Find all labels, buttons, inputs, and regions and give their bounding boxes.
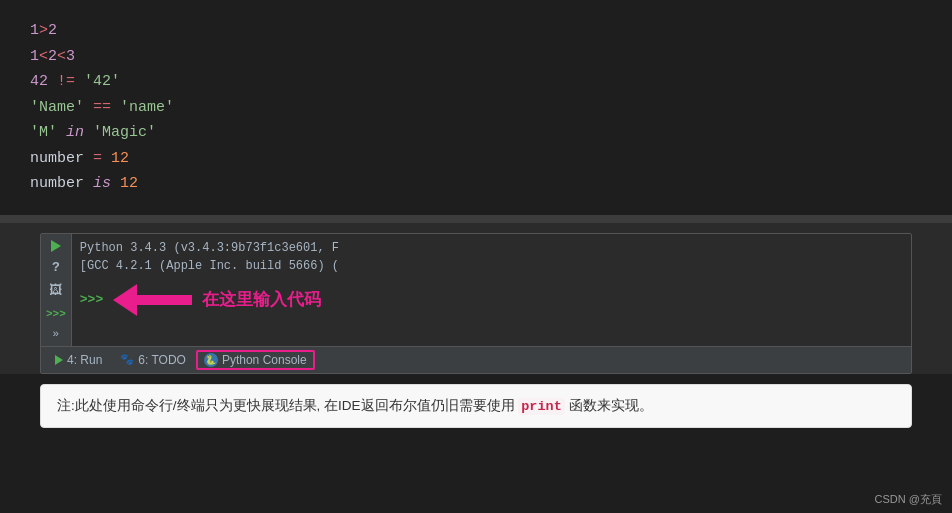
code-token: 42 <box>30 69 57 95</box>
code-line-5: 'M' in 'Magic' <box>30 120 922 146</box>
arrow-body <box>137 295 192 305</box>
code-token: 12 <box>111 146 129 172</box>
code-token: is <box>84 171 120 197</box>
code-token: < <box>39 44 48 70</box>
python-console-button[interactable]: 🐍 Python Console <box>196 350 315 370</box>
chevron-icon[interactable]: » <box>53 328 60 340</box>
python-icon: 🐍 <box>204 353 218 367</box>
bottom-toolbar: 4: Run 🐾 6: TODO 🐍 Python Console <box>41 346 911 373</box>
code-line-6: number = 12 <box>30 146 922 172</box>
note-box: 注:此处使用命令行/终端只为更快展现结果, 在IDE返回布尔值仍旧需要使用 pr… <box>40 384 912 429</box>
python-console-label: Python Console <box>222 353 307 367</box>
arrow-head <box>113 284 137 316</box>
code-token: number <box>30 171 84 197</box>
code-token: in <box>57 120 93 146</box>
code-token: 2 <box>48 44 57 70</box>
python-version-line: Python 3.4.3 (v3.4.3:9b73f1c3e601, F <box>80 239 903 257</box>
code-token: 'Name' <box>30 95 84 121</box>
run-button[interactable]: 4: Run <box>47 351 110 369</box>
console-main: Python 3.4.3 (v3.4.3:9b73f1c3e601, F [GC… <box>72 234 911 346</box>
code-line-1: 1>2 <box>30 18 922 44</box>
code-line-4: 'Name' == 'name' <box>30 95 922 121</box>
watermark: CSDN @充頁 <box>875 492 942 507</box>
code-editor: 1>2 1<2<3 42 != '42' 'Name' == 'name' 'M… <box>0 0 952 215</box>
note-text-end: 函数来实现。 <box>565 398 653 413</box>
code-line-7: number is 12 <box>30 171 922 197</box>
code-token: 3 <box>66 44 75 70</box>
help-icon[interactable]: ? <box>52 260 60 275</box>
console-prompt-area: >>> 在这里输入代码 <box>72 280 911 322</box>
code-token: 'M' <box>30 120 57 146</box>
code-token: 1 <box>30 44 39 70</box>
prompt-side-icon[interactable]: >>> <box>46 308 66 320</box>
annotation-text: 在这里输入代码 <box>202 288 321 311</box>
console-panel: ? 🖼 >>> » Python 3.4.3 (v3.4.3:9b73f1c3e… <box>0 223 952 374</box>
gcc-version-line: [GCC 4.2.1 (Apple Inc. build 5666) ( <box>80 257 903 275</box>
code-token: 'Magic' <box>93 120 156 146</box>
code-token: = <box>84 146 111 172</box>
console-window: ? 🖼 >>> » Python 3.4.3 (v3.4.3:9b73f1c3e… <box>40 233 912 374</box>
code-token: != <box>57 69 75 95</box>
code-line-2: 1<2<3 <box>30 44 922 70</box>
code-token: 2 <box>48 18 57 44</box>
run-label: 4: Run <box>67 353 102 367</box>
code-token: number <box>30 146 84 172</box>
todo-icon: 🐾 <box>120 353 134 366</box>
console-flex: ? 🖼 >>> » Python 3.4.3 (v3.4.3:9b73f1c3e… <box>41 234 911 346</box>
code-token: '42' <box>75 69 120 95</box>
note-text: 注:此处使用命令行/终端只为更快展现结果, 在IDE返回布尔值仍旧需要使用 <box>57 398 518 413</box>
todo-button[interactable]: 🐾 6: TODO <box>112 351 194 369</box>
code-token: 'name' <box>120 95 174 121</box>
todo-label: 6: TODO <box>138 353 186 367</box>
console-output: Python 3.4.3 (v3.4.3:9b73f1c3e601, F [GC… <box>72 234 911 280</box>
code-token: == <box>84 95 120 121</box>
separator <box>0 215 952 223</box>
console-sidebar: ? 🖼 >>> » <box>41 234 72 346</box>
prompt-text: >>> <box>80 292 103 307</box>
image-icon[interactable]: 🖼 <box>49 283 62 298</box>
run-play-icon <box>55 355 63 365</box>
code-token: < <box>57 44 66 70</box>
code-line-3: 42 != '42' <box>30 69 922 95</box>
run-icon[interactable] <box>51 240 61 252</box>
pink-arrow-container <box>113 284 192 316</box>
code-token: > <box>39 18 48 44</box>
code-token: 12 <box>120 171 138 197</box>
note-code: print <box>518 398 565 415</box>
code-token: 1 <box>30 18 39 44</box>
